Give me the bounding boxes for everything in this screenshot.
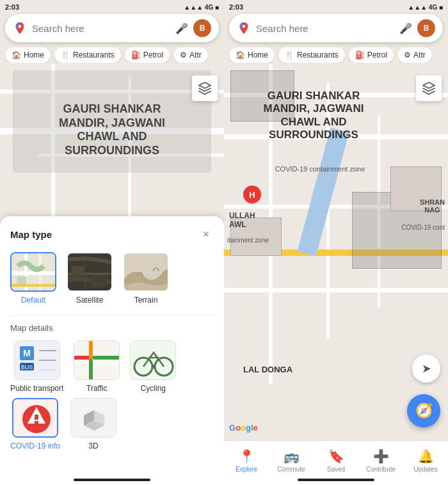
right-panel: 2:03 ▲▲▲ 4G ■ Search here 🎤 B 🏠 Home 🍴 R… [224,0,448,485]
3d-preview [71,399,116,438]
search-bar-right[interactable]: Search here 🎤 B [229,14,443,42]
containment-label-right: COVID-19 containment zone [230,165,410,173]
detail-covid[interactable]: COVID-19 info [10,398,60,450]
pill-home-left[interactable]: 🏠 Home [5,47,51,63]
cycling-preview [131,341,176,380]
divider-1 [10,315,214,315]
svg-point-37 [243,25,246,28]
google-logo-icon [13,21,27,35]
home-indicator-left [74,479,150,481]
map-type-label-default: Default [21,296,45,305]
petrol-icon-left: ⛽ [131,51,141,60]
compass-icon: 🧭 [415,402,433,419]
map-type-satellite[interactable]: Satellite [67,252,113,305]
status-bar-right: 2:03 ▲▲▲ 4G ■ [224,0,448,14]
svg-text:M: M [23,348,31,358]
left-panel: 2:03 ▲▲▲ 4G ■ Search here 🎤 B 🏠 Home 🍴 R… [0,0,224,485]
layers-icon-left [198,81,212,95]
pill-petrol-left[interactable]: ⛽ Petrol [125,47,170,63]
explore-icon: 📍 [239,449,255,464]
time-left: 2:03 [5,3,19,11]
detail-3d[interactable]: 3D [70,398,116,450]
mic-icon-left[interactable]: 🎤 [175,22,188,35]
map-type-label-satellite: Satellite [76,296,104,305]
pill-attr-left[interactable]: ⚙ Attr [173,47,208,63]
pill-attr-right[interactable]: ⚙ Attr [397,47,432,63]
area-label-covid-cont: COVID-19 cont [401,224,445,231]
svg-point-27 [152,365,156,369]
signal-right: ▲▲▲ 4G ■ [408,4,443,11]
default-map-preview [12,253,56,292]
saved-label: Saved [327,466,345,473]
layers-button-left[interactable] [192,76,218,101]
home-indicator-right [298,479,374,481]
3d-thumb [70,398,116,438]
svg-rect-32 [35,421,38,425]
cycling-label: Cycling [141,384,166,393]
search-placeholder-right: Search here [256,23,394,34]
road-h4 [224,288,448,292]
detail-cycling[interactable]: Cycling [130,340,176,393]
nav-explore[interactable]: 📍 Explore [224,449,269,473]
contribute-label: Contribute [366,466,396,473]
nav-contribute[interactable]: ➕ Contribute [358,449,403,473]
area-label-lal-donga: LAL DONGA [243,365,292,374]
svg-text:BUS: BUS [20,364,33,370]
time-right: 2:03 [229,3,243,11]
search-bar-left[interactable]: Search here 🎤 B [5,14,219,42]
svg-rect-10 [71,266,84,276]
pill-restaurants-right[interactable]: 🍴 Restaurants [278,47,345,63]
map-type-default[interactable]: Default [10,252,56,305]
category-pills-right: 🏠 Home 🍴 Restaurants ⛽ Petrol ⚙ Attr [224,47,448,63]
home-icon-left: 🏠 [12,51,21,60]
nav-commute[interactable]: 🚌 Commute [269,449,314,473]
locate-icon: ➤ [422,362,431,376]
updates-label: Updates [413,466,437,473]
avatar-right[interactable]: B [417,19,435,37]
nav-saved[interactable]: 🔖 Saved [314,449,358,473]
details-grid: M BUS Public transport [10,340,214,393]
map-type-panel: Map type × Default [0,216,224,485]
detail-transit[interactable]: M BUS Public transport [10,340,63,393]
covid-preview [13,399,58,438]
nav-updates[interactable]: 🔔 Updates [403,449,448,473]
layers-icon-right [422,81,436,95]
panel-title: Map type [10,229,52,240]
mic-icon-right[interactable]: 🎤 [399,22,412,35]
navigation-fab[interactable]: 🧭 [407,394,440,427]
category-pills-left: 🏠 Home 🍴 Restaurants ⛽ Petrol ⚙ Attr [0,47,224,63]
cycling-thumb [130,340,176,380]
layers-button-right[interactable] [416,76,442,101]
saved-icon: 🔖 [328,449,344,464]
commute-icon: 🚌 [284,449,300,464]
avatar-left[interactable]: B [193,19,211,37]
contribute-icon: ➕ [373,449,389,464]
details-grid-2: COVID-19 info 3D [10,398,214,450]
details-section-label: Map details [10,323,214,333]
transit-thumb: M BUS [14,340,60,380]
transit-preview: M BUS [15,341,60,380]
map-type-thumb-satellite [67,252,113,292]
map-label-left: GAURI SHANKARMANDIR, JAGWANICHAWL ANDSUR… [13,102,211,157]
commute-label: Commute [277,466,305,473]
locate-button[interactable]: ➤ [412,354,440,383]
restaurants-icon-left: 🍴 [61,51,70,60]
detail-traffic[interactable]: Traffic [74,340,120,393]
svg-rect-5 [12,284,56,287]
map-type-terrain[interactable]: Terrain [123,252,169,305]
pill-restaurants-left[interactable]: 🍴 Restaurants [54,47,121,63]
restaurants-icon-right: 🍴 [285,51,294,60]
petrol-icon-right: ⛽ [355,51,365,60]
updates-icon: 🔔 [418,449,434,464]
area-label-ullah: ULLAHAWL [229,211,255,229]
traffic-thumb [74,340,120,380]
google-logo-icon-right [237,21,251,35]
close-button[interactable]: × [198,227,214,242]
pill-petrol-right[interactable]: ⛽ Petrol [349,47,394,63]
svg-rect-11 [90,276,106,287]
explore-label: Explore [236,466,257,473]
status-bar-left: 2:03 ▲▲▲ 4G ■ [0,0,224,14]
pill-home-right[interactable]: 🏠 Home [229,47,275,63]
svg-rect-31 [35,415,38,420]
attr-icon-left: ⚙ [180,51,187,60]
